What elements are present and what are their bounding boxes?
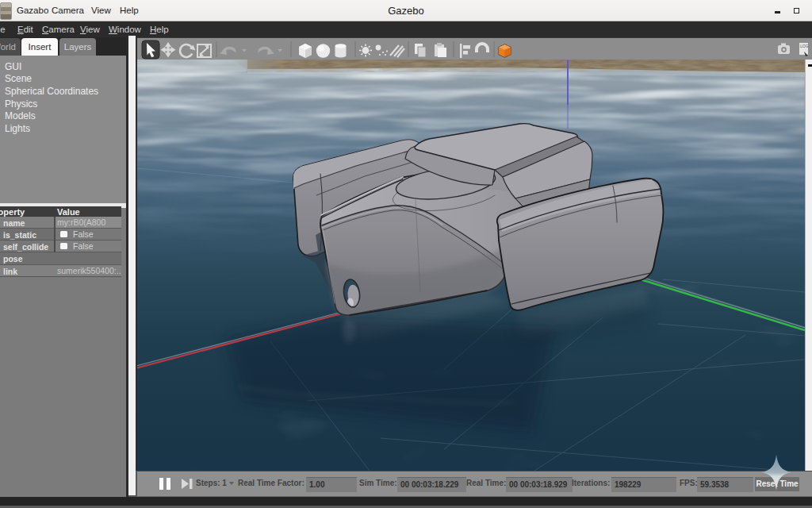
svg-text:LOG: LOG	[800, 44, 809, 48]
